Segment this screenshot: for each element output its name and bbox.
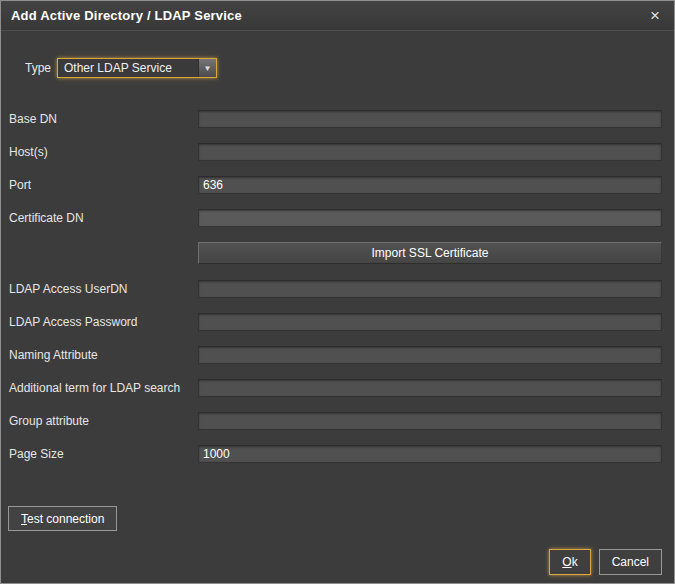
form-row: Group attribute — [9, 412, 662, 430]
button-label-rest: est connection — [27, 512, 104, 526]
additional-term-input[interactable] — [198, 379, 662, 397]
import-ssl-certificate-button[interactable]: Import SSL Certificate — [198, 242, 662, 264]
dialog-title: Add Active Directory / LDAP Service — [11, 8, 242, 23]
field-label: Naming Attribute — [9, 348, 198, 362]
import-ssl-row: Import SSL Certificate — [9, 242, 662, 264]
type-row: Type Other LDAP Service ▼ — [25, 58, 674, 78]
field-label: Host(s) — [9, 145, 198, 159]
field-label: Certificate DN — [9, 211, 198, 225]
close-icon[interactable]: × — [646, 5, 664, 26]
spacer — [9, 242, 198, 264]
dialog-titlebar: Add Active Directory / LDAP Service × — [1, 1, 674, 31]
form-row: Certificate DN — [9, 209, 662, 227]
ldap-form: Base DN Host(s) Port Certificate DN Impo… — [9, 110, 662, 463]
certificate-dn-input[interactable] — [198, 209, 662, 227]
naming-attribute-input[interactable] — [198, 346, 662, 364]
ok-button[interactable]: Ok — [549, 549, 590, 575]
ldap-access-userdn-input[interactable] — [198, 280, 662, 298]
field-label: Group attribute — [9, 414, 198, 428]
type-dropdown[interactable]: Other LDAP Service ▼ — [57, 58, 217, 78]
ldap-access-password-input[interactable] — [198, 313, 662, 331]
form-row: Base DN — [9, 110, 662, 128]
field-label: Additional term for LDAP search — [9, 381, 198, 395]
form-row: LDAP Access Password — [9, 313, 662, 331]
form-row: Host(s) — [9, 143, 662, 161]
field-label: Port — [9, 178, 198, 192]
test-connection-button[interactable]: Test connection — [8, 506, 117, 531]
page-size-input[interactable] — [198, 445, 662, 463]
field-label: LDAP Access UserDN — [9, 282, 198, 296]
type-dropdown-value: Other LDAP Service — [58, 59, 198, 77]
form-row: Naming Attribute — [9, 346, 662, 364]
dialog-footer: Ok Cancel — [549, 549, 662, 575]
cancel-button[interactable]: Cancel — [599, 549, 662, 575]
field-label: LDAP Access Password — [9, 315, 198, 329]
form-row: Additional term for LDAP search — [9, 379, 662, 397]
group-attribute-input[interactable] — [198, 412, 662, 430]
form-row: Port — [9, 176, 662, 194]
form-row: LDAP Access UserDN — [9, 280, 662, 298]
chevron-down-icon[interactable]: ▼ — [198, 59, 216, 77]
form-row: Page Size — [9, 445, 662, 463]
field-label: Page Size — [9, 447, 198, 461]
field-label: Base DN — [9, 112, 198, 126]
hosts-input[interactable] — [198, 143, 662, 161]
button-label-rest: k — [572, 555, 578, 569]
add-ldap-dialog: Add Active Directory / LDAP Service × Ty… — [0, 0, 675, 584]
accesskey-letter: O — [562, 555, 571, 569]
port-input[interactable] — [198, 176, 662, 194]
type-label: Type — [25, 61, 51, 75]
base-dn-input[interactable] — [198, 110, 662, 128]
